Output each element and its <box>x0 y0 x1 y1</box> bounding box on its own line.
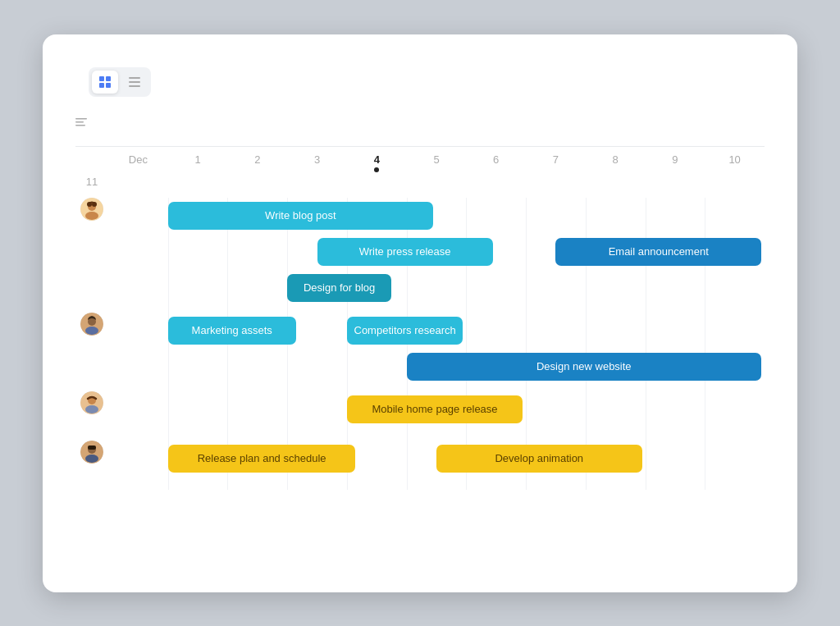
avatar-1 <box>75 313 108 336</box>
gantt-row-0: Write blog postWrite press releaseDesign… <box>75 198 765 306</box>
svg-rect-2 <box>99 83 104 88</box>
avatar-image-0 <box>80 198 103 221</box>
col-header-9: 9 <box>646 147 705 169</box>
avatar-image-2 <box>80 391 103 414</box>
svg-point-12 <box>85 212 98 220</box>
row-bars-0: Write blog postWrite press releaseDesign… <box>108 198 765 306</box>
task-bar-1-0[interactable]: Marketing assets <box>168 317 296 345</box>
svg-rect-5 <box>129 81 140 83</box>
task-bar-0-1[interactable]: Write press release <box>317 238 493 266</box>
col-header-8: 8 <box>586 147 646 169</box>
view-toggle <box>89 67 151 97</box>
task-bar-0-2[interactable]: Design for blog <box>287 274 391 302</box>
task-bar-0-3[interactable]: Email announcement <box>555 238 761 266</box>
row-bars-1: Marketing assetsCompetitors researchDesi… <box>108 313 765 385</box>
row-bars-3: Release plan and scheduleDevelop animati… <box>108 441 765 477</box>
svg-point-23 <box>85 455 98 463</box>
col-header-1: 1 <box>168 147 228 169</box>
svg-point-20 <box>85 405 98 414</box>
timeline-view-toolbar[interactable] <box>75 117 765 130</box>
col-header-7: 7 <box>526 147 586 169</box>
task-bar-3-1[interactable]: Develop animation <box>436 445 642 473</box>
main-card: Dec1234567891011 Write blog postWrite pr… <box>43 34 797 592</box>
col-header-3: 3 <box>287 147 347 169</box>
header <box>75 67 765 97</box>
col-header-2: 2 <box>227 147 287 169</box>
row-bars-2: Mobile home page release <box>108 391 765 427</box>
svg-rect-1 <box>106 76 111 81</box>
gantt-row-3: Release plan and scheduleDevelop animati… <box>75 441 765 483</box>
svg-rect-8 <box>75 121 84 123</box>
avatar-3 <box>75 441 108 464</box>
gantt-row-1: Marketing assetsCompetitors researchDesi… <box>75 313 765 385</box>
svg-rect-4 <box>129 77 140 79</box>
grid-view-button[interactable] <box>92 71 118 94</box>
svg-rect-7 <box>75 118 87 120</box>
timeline-wrapper: Dec1234567891011 Write blog postWrite pr… <box>75 147 765 490</box>
timeline-icon <box>75 117 87 130</box>
col-header-4: 4 <box>347 147 407 169</box>
task-bar-3-0[interactable]: Release plan and schedule <box>168 445 356 473</box>
svg-point-17 <box>85 327 98 335</box>
timeline: Dec1234567891011 Write blog postWrite pr… <box>75 147 765 490</box>
avatar-0 <box>75 198 108 221</box>
column-headers: Dec1234567891011 <box>75 147 765 191</box>
task-bar-1-2[interactable]: Design new website <box>407 353 761 381</box>
gantt-body: Write blog postWrite press releaseDesign… <box>75 198 765 490</box>
list-view-button[interactable] <box>121 71 148 94</box>
col-header-11: 11 <box>75 169 108 191</box>
col-header-6: 6 <box>466 147 526 169</box>
col-header-10: 10 <box>705 147 765 169</box>
col-header-5: 5 <box>407 147 467 169</box>
task-bar-2-0[interactable]: Mobile home page release <box>347 395 523 423</box>
gantt-rows: Write blog postWrite press releaseDesign… <box>75 198 765 490</box>
avatar-2 <box>75 391 108 414</box>
task-bar-1-1[interactable]: Competitors research <box>347 317 463 345</box>
avatar-image-3 <box>80 441 103 464</box>
avatar-image-1 <box>80 313 103 336</box>
svg-rect-0 <box>99 76 104 81</box>
svg-rect-9 <box>75 125 85 126</box>
col-header-dec: Dec <box>108 147 168 169</box>
task-bar-0-0[interactable]: Write blog post <box>168 202 433 230</box>
svg-rect-3 <box>106 83 111 88</box>
svg-rect-24 <box>88 446 96 450</box>
svg-rect-6 <box>129 85 140 87</box>
gantt-row-2: Mobile home page release <box>75 391 765 434</box>
